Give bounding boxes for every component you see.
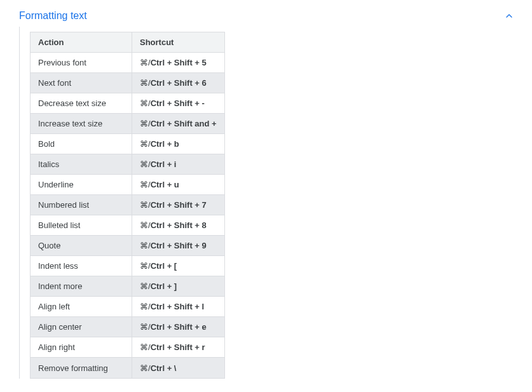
cmd-glyph: ⌘ [140, 58, 148, 67]
cmd-glyph: ⌘ [140, 261, 148, 271]
shortcut-cell: ⌘/Ctrl + [ [132, 256, 224, 276]
section-title: Formatting text [19, 10, 87, 22]
action-cell: Remove formatting [31, 358, 132, 378]
key-combo: Ctrl + Shift + 6 [151, 78, 207, 88]
shortcut-cell: ⌘/Ctrl + Shift + 8 [132, 215, 224, 236]
table-row: Increase text size⌘/Ctrl + Shift and + [31, 114, 224, 134]
section-header[interactable]: Formatting text [18, 6, 514, 27]
key-combo: Ctrl + ] [151, 281, 177, 291]
cmd-glyph: ⌘ [140, 281, 148, 291]
cmd-glyph: ⌘ [140, 342, 148, 352]
shortcut-cell: ⌘/Ctrl + Shift and + [132, 114, 224, 134]
cmd-glyph: ⌘ [140, 363, 148, 373]
table-row: Italics⌘/Ctrl + i [31, 154, 224, 175]
key-combo: Ctrl + u [151, 180, 179, 189]
table-row: Bulleted list⌘/Ctrl + Shift + 8 [31, 215, 224, 236]
section-content: Action Shortcut Previous font⌘/Ctrl + Sh… [19, 27, 514, 379]
key-combo: Ctrl + b [151, 139, 179, 149]
action-cell: Next font [31, 73, 132, 93]
shortcut-cell: ⌘/Ctrl + u [132, 175, 224, 195]
table-row: Next font⌘/Ctrl + Shift + 6 [31, 73, 224, 93]
action-cell: Quote [31, 236, 132, 256]
shortcut-cell: ⌘/Ctrl + Shift + 5 [132, 53, 224, 73]
key-combo: Ctrl + [ [151, 261, 177, 271]
table-row: Align right⌘/Ctrl + Shift + r [31, 337, 224, 358]
key-combo: Ctrl + Shift + 5 [151, 58, 207, 67]
key-combo: Ctrl + \ [151, 363, 177, 373]
cmd-glyph: ⌘ [140, 180, 148, 189]
cmd-glyph: ⌘ [140, 119, 148, 128]
cmd-glyph: ⌘ [140, 78, 148, 88]
cmd-glyph: ⌘ [140, 302, 148, 311]
shortcut-cell: ⌘/Ctrl + Shift + 7 [132, 195, 224, 215]
table-row: Remove formatting⌘/Ctrl + \ [31, 358, 224, 378]
table-header-row: Action Shortcut [31, 32, 224, 53]
chevron-up-icon [504, 11, 514, 21]
table-row: Numbered list⌘/Ctrl + Shift + 7 [31, 195, 224, 215]
shortcut-cell: ⌘/Ctrl + \ [132, 358, 224, 378]
key-combo: Ctrl + i [151, 159, 177, 169]
shortcut-cell: ⌘/Ctrl + i [132, 154, 224, 175]
action-cell: Indent less [31, 256, 132, 276]
action-cell: Bold [31, 134, 132, 154]
action-cell: Previous font [31, 53, 132, 73]
action-cell: Decrease text size [31, 93, 132, 114]
key-combo: Ctrl + Shift + r [151, 342, 205, 352]
table-row: Quote⌘/Ctrl + Shift + 9 [31, 236, 224, 256]
key-combo: Ctrl + Shift + - [151, 98, 205, 108]
table-row: Indent more⌘/Ctrl + ] [31, 276, 224, 297]
shortcut-cell: ⌘/Ctrl + Shift + 6 [132, 73, 224, 93]
cmd-glyph: ⌘ [140, 220, 148, 230]
shortcut-cell: ⌘/Ctrl + b [132, 134, 224, 154]
action-cell: Bulleted list [31, 215, 132, 236]
cmd-glyph: ⌘ [140, 200, 148, 210]
cmd-glyph: ⌘ [140, 159, 148, 169]
shortcut-cell: ⌘/Ctrl + Shift + l [132, 297, 224, 317]
action-cell: Align left [31, 297, 132, 317]
table-row: Previous font⌘/Ctrl + Shift + 5 [31, 53, 224, 73]
table-row: Align center⌘/Ctrl + Shift + e [31, 317, 224, 337]
key-combo: Ctrl + Shift and + [151, 119, 217, 128]
cmd-glyph: ⌘ [140, 241, 148, 250]
cmd-glyph: ⌘ [140, 98, 148, 108]
key-combo: Ctrl + Shift + 7 [151, 200, 207, 210]
table-row: Indent less⌘/Ctrl + [ [31, 256, 224, 276]
action-cell: Indent more [31, 276, 132, 297]
action-cell: Italics [31, 154, 132, 175]
key-combo: Ctrl + Shift + 9 [151, 241, 207, 250]
table-row: Underline⌘/Ctrl + u [31, 175, 224, 195]
shortcut-cell: ⌘/Ctrl + ] [132, 276, 224, 297]
cmd-glyph: ⌘ [140, 139, 148, 149]
key-combo: Ctrl + Shift + 8 [151, 220, 207, 230]
table-row: Bold⌘/Ctrl + b [31, 134, 224, 154]
key-combo: Ctrl + Shift + e [151, 322, 207, 332]
key-combo: Ctrl + Shift + l [151, 302, 205, 311]
shortcut-cell: ⌘/Ctrl + Shift + 9 [132, 236, 224, 256]
action-cell: Underline [31, 175, 132, 195]
shortcut-cell: ⌘/Ctrl + Shift + r [132, 337, 224, 358]
table-row: Decrease text size⌘/Ctrl + Shift + - [31, 93, 224, 114]
action-cell: Numbered list [31, 195, 132, 215]
col-shortcut: Shortcut [132, 32, 224, 53]
shortcuts-table: Action Shortcut Previous font⌘/Ctrl + Sh… [30, 32, 225, 379]
col-action: Action [31, 32, 132, 53]
shortcut-cell: ⌘/Ctrl + Shift + - [132, 93, 224, 114]
action-cell: Increase text size [31, 114, 132, 134]
shortcut-cell: ⌘/Ctrl + Shift + e [132, 317, 224, 337]
table-row: Align left⌘/Ctrl + Shift + l [31, 297, 224, 317]
action-cell: Align center [31, 317, 132, 337]
cmd-glyph: ⌘ [140, 322, 148, 332]
action-cell: Align right [31, 337, 132, 358]
